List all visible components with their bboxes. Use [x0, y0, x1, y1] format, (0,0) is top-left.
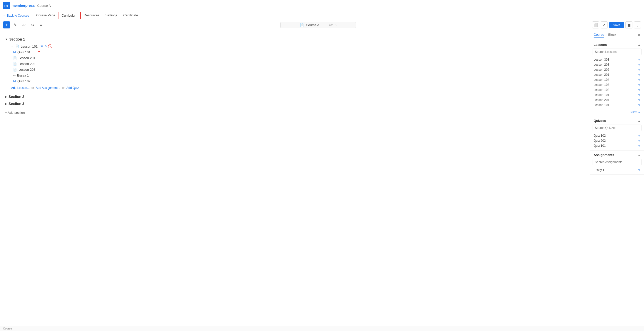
quizzes-section-header[interactable]: Quizzes ▲ [590, 116, 644, 125]
add-section-label: + Add section [5, 111, 25, 115]
lesson-204-edit-icon[interactable]: ✎ [638, 98, 640, 102]
assignments-section: Assignments ▲ Essay 1 ✎ [590, 151, 644, 175]
lessons-next-link[interactable]: Next → [590, 109, 644, 116]
pencil-button[interactable]: ✎ [12, 21, 19, 28]
sidebar-toggle-button[interactable]: ▦ [625, 21, 632, 28]
quizzes-list: Quiz 102 ✎ Quiz 202 ✎ Quiz 101 ✎ [590, 133, 644, 150]
list-item: Lesson 101 ✎ [594, 102, 640, 107]
svg-text:m: m [4, 4, 8, 8]
lessons-search-input[interactable] [593, 49, 641, 55]
lesson-101-label: Lesson 101 [594, 93, 609, 97]
undo-button[interactable]: ↩ [20, 21, 27, 28]
lesson-101-eye-icon[interactable]: 👁 [41, 44, 44, 48]
drag-handle[interactable]: ⠿ [11, 45, 13, 48]
lessons-list: Lesson 303 ✎ Lesson 203 ✎ Lesson 202 ✎ L… [590, 57, 644, 109]
tab-course-page[interactable]: Course Page [33, 11, 58, 20]
quiz-101-edit-icon[interactable]: ✎ [638, 144, 640, 148]
add-lesson-link[interactable]: Add Lesson... [11, 86, 29, 90]
add-assignment-link[interactable]: Add Assignment... [36, 86, 60, 90]
add-section-button[interactable]: + Add section [5, 110, 585, 116]
lesson-104-label: Lesson 104 [594, 78, 609, 82]
list-item: Lesson 201 ✎ [594, 72, 640, 77]
lesson-101-delete-icon[interactable]: ✕ [48, 44, 52, 48]
lesson-201-edit-icon[interactable]: ✎ [638, 73, 640, 77]
essay-icon: ✏ [13, 74, 16, 77]
doc-title[interactable]: 📄 Course A Ctrl+K [280, 22, 356, 28]
view-desktop-button[interactable]: ⬜ [592, 21, 599, 28]
lesson-item-202: 📄 Lesson 202 [5, 61, 585, 67]
essay-1-edit-icon[interactable]: ✎ [638, 168, 640, 172]
doc-title-text: Course A [306, 23, 319, 27]
sidebar-tab-course[interactable]: Course [594, 33, 604, 38]
quiz-102-name: Quiz 102 [17, 79, 30, 83]
lesson-101b-edit-icon[interactable]: ✎ [638, 103, 640, 107]
lesson-102-edit-icon[interactable]: ✎ [638, 88, 640, 92]
lesson-101b-label: Lesson 101 [594, 103, 609, 107]
doc-icon: 📄 [300, 23, 304, 27]
lesson-item-203: 📄 Lesson 203 [5, 67, 585, 72]
essay-item-1: ✏ Essay 1 [5, 72, 585, 78]
back-to-courses-link[interactable]: ← Back to Courses [3, 14, 29, 17]
file-icon-201: 📄 [13, 56, 17, 60]
lessons-section: Lessons ▲ Lesson 303 ✎ Lesson 203 ✎ Less… [590, 40, 644, 116]
lesson-202-edit-icon[interactable]: ✎ [638, 68, 640, 71]
assignments-section-header[interactable]: Assignments ▲ [590, 151, 644, 159]
tab-curriculum[interactable]: Curriculum [58, 12, 81, 19]
lesson-104-edit-icon[interactable]: ✎ [638, 78, 640, 82]
quiz-202-edit-icon[interactable]: ✎ [638, 139, 640, 142]
lesson-201-name: Lesson 201 [18, 56, 35, 60]
quizzes-search-input[interactable] [593, 125, 641, 131]
assignments-search-input[interactable] [593, 159, 641, 165]
more-options-button[interactable]: ⋮ [634, 21, 641, 28]
file-icon-203: 📄 [13, 68, 17, 71]
lesson-101-sidebar-edit-icon[interactable]: ✎ [638, 93, 640, 97]
section-1-header[interactable]: ▼ Section 1 [5, 37, 585, 41]
or-2: or [62, 86, 65, 90]
quiz-icon-102: ☑ [13, 80, 16, 83]
lesson-303-edit-icon[interactable]: ✎ [638, 58, 640, 61]
sidebar-close-button[interactable]: ✕ [637, 33, 640, 38]
lesson-101-actions: 👁 ✎ ✕ [41, 44, 52, 48]
list-button[interactable]: ≡ [37, 21, 44, 28]
sidebar-tab-block[interactable]: Block [608, 33, 616, 38]
tab-certificate[interactable]: Certificate [120, 11, 141, 20]
add-quiz-link[interactable]: Add Quiz... [67, 86, 81, 90]
save-button[interactable]: Save [609, 22, 624, 28]
add-button[interactable]: + [3, 21, 10, 28]
lesson-204-label: Lesson 204 [594, 98, 609, 102]
tab-settings[interactable]: Settings [102, 11, 120, 20]
quizzes-collapse-icon: ▲ [638, 119, 640, 122]
lessons-section-header[interactable]: Lessons ▲ [590, 40, 644, 49]
list-item: Essay 1 ✎ [594, 167, 640, 172]
lesson-203-edit-icon[interactable]: ✎ [638, 63, 640, 66]
logo-area: m memberpress Course A [3, 2, 51, 9]
list-item: Lesson 103 ✎ [594, 82, 640, 87]
content-area: ▼ Section 1 ⠿ 📄 Lesson 101 👁 ✎ ✕ ☑ Quiz … [0, 30, 590, 326]
file-icon-202: 📄 [13, 62, 17, 66]
lesson-103-edit-icon[interactable]: ✎ [638, 83, 640, 87]
shortcut-hint: Ctrl+K [329, 23, 337, 26]
brand-name: memberpress [12, 4, 35, 8]
tab-resources[interactable]: Resources [81, 11, 102, 20]
quiz-102-edit-icon[interactable]: ✎ [638, 134, 640, 137]
lesson-102-label: Lesson 102 [594, 88, 609, 92]
assignments-section-title: Assignments [594, 153, 614, 157]
lessons-collapse-icon: ▲ [638, 43, 640, 46]
lesson-101-edit-icon[interactable]: ✎ [45, 44, 47, 48]
quizzes-section: Quizzes ▲ Quiz 102 ✎ Quiz 202 ✎ Quiz 101… [590, 116, 644, 151]
add-items-row: Add Lesson... or Add Assignment... or Ad… [5, 84, 585, 91]
lesson-101-name: Lesson 101 [21, 45, 38, 48]
quiz-icon: ☑ [13, 51, 16, 54]
quiz-101-name: Quiz 101 [17, 50, 30, 54]
lesson-icon: 📄 [15, 45, 19, 48]
redo-button[interactable]: ↪ [29, 21, 36, 28]
section-2-header[interactable]: ▶ Section 2 [5, 95, 585, 99]
top-bar: m memberpress Course A [0, 0, 644, 11]
toolbar-right: ⬜ ↗ Save ▦ ⋮ [592, 21, 641, 28]
view-external-button[interactable]: ↗ [601, 21, 608, 28]
memberpress-logo: m [3, 2, 10, 9]
sidebar-header: Course Block ✕ [590, 30, 644, 40]
sidebar-tabs: Course Block [594, 33, 616, 38]
lessons-section-title: Lessons [594, 43, 607, 47]
section-3-header[interactable]: ▶ Section 3 [5, 102, 585, 106]
